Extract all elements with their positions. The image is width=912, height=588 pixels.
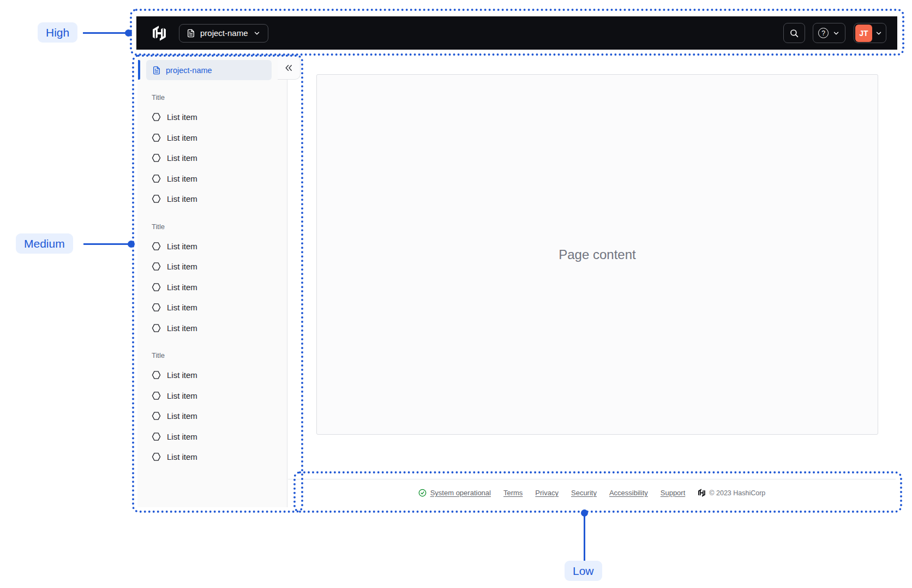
project-switcher-button[interactable]: project-name <box>179 24 268 43</box>
active-item-accent-bar <box>138 60 140 80</box>
sidebar-project-item[interactable]: project-name <box>146 60 272 80</box>
sidebar-list-item[interactable]: List item <box>137 169 287 189</box>
file-text-icon <box>187 29 195 38</box>
sidebar-list-item[interactable]: List item <box>137 297 287 318</box>
privacy-link[interactable]: Privacy <box>535 489 559 497</box>
hexagon-icon <box>152 194 161 203</box>
sidebar-list-item[interactable]: List item <box>137 277 287 298</box>
system-status-label: System operational <box>430 489 491 497</box>
check-circle-icon <box>418 489 427 497</box>
sidebar-collapse-button[interactable] <box>278 56 301 80</box>
sidebar-item-label: List item <box>167 303 197 312</box>
sidebar-project-label: project-name <box>166 66 212 75</box>
sidebar-item-label: List item <box>167 194 197 203</box>
sidebar-item-label: List item <box>167 323 197 333</box>
hexagon-icon <box>152 262 161 271</box>
sidebar-section-title: Title <box>152 93 287 102</box>
sidebar-list-item[interactable]: List item <box>137 256 287 277</box>
chevron-down-icon <box>875 29 883 37</box>
annotation-connector-high <box>83 32 129 34</box>
terms-link[interactable]: Terms <box>503 489 523 497</box>
sidebar-list-item[interactable]: List item <box>137 236 287 257</box>
support-link[interactable]: Support <box>661 489 686 497</box>
hexagon-icon <box>152 452 161 461</box>
sidebar-list-item[interactable]: List item <box>137 386 287 406</box>
sidebar-item-label: List item <box>167 432 197 441</box>
sidebar-item-label: List item <box>167 370 197 380</box>
help-icon: ? <box>818 28 829 38</box>
hexagon-icon <box>152 411 161 421</box>
hexagon-icon <box>152 174 161 183</box>
sidebar-item-label: List item <box>167 153 197 163</box>
hexagon-icon <box>152 303 161 312</box>
help-menu-button[interactable]: ? <box>813 23 845 43</box>
accessibility-link[interactable]: Accessibility <box>609 489 648 497</box>
sidebar-section-title: Title <box>152 351 287 360</box>
sidebar-list-item[interactable]: List item <box>137 447 287 467</box>
page: { "annotations": { "high": { "label": "H… <box>0 0 912 588</box>
chevron-down-icon <box>253 29 261 37</box>
sidebar-section-title: Title <box>152 223 287 231</box>
sidebar-list-item[interactable]: List item <box>137 406 287 427</box>
annotation-dot-high <box>125 29 132 37</box>
search-button[interactable] <box>783 23 805 43</box>
annotation-label-high: High <box>38 22 77 43</box>
copyright: © 2023 HashiCorp <box>698 489 765 497</box>
top-navbar: project-name ? JT <box>136 16 897 50</box>
file-text-icon <box>152 66 161 75</box>
search-icon <box>789 28 799 38</box>
project-switcher-label: project-name <box>200 28 248 38</box>
hexagon-icon <box>152 242 161 251</box>
sidebar-list-item[interactable]: List item <box>137 427 287 447</box>
sidebar-item-label: List item <box>167 242 197 251</box>
user-menu-button[interactable]: JT <box>854 23 886 43</box>
sidebar-item-label: List item <box>167 391 197 400</box>
sidebar-item-label: List item <box>167 112 197 122</box>
annotation-dot-medium <box>128 241 135 248</box>
sidebar-list-item[interactable]: List item <box>137 107 287 128</box>
chevron-down-icon <box>832 29 840 37</box>
chevron-double-left-icon <box>284 63 293 73</box>
hexagon-icon <box>152 112 161 122</box>
copyright-text: © 2023 HashiCorp <box>709 489 765 497</box>
hashicorp-logo <box>698 489 706 497</box>
hashicorp-logo <box>152 26 167 41</box>
sidebar: project-name Title List item List item L… <box>137 56 287 507</box>
hexagon-icon <box>152 283 161 292</box>
sidebar-item-label: List item <box>167 262 197 271</box>
footer: System operational Terms Privacy Securit… <box>288 479 896 512</box>
security-link[interactable]: Security <box>571 489 597 497</box>
page-content-placeholder: Page content <box>559 247 635 262</box>
annotation-connector-low <box>584 513 585 561</box>
sidebar-item-label: List item <box>167 452 197 461</box>
hexagon-icon <box>152 323 161 333</box>
sidebar-list-item[interactable]: List item <box>137 365 287 386</box>
sidebar-list-item[interactable]: List item <box>137 128 287 148</box>
sidebar-nav: Title List item List item List item List… <box>137 80 287 467</box>
sidebar-item-label: List item <box>167 283 197 292</box>
sidebar-item-label: List item <box>167 133 197 142</box>
annotation-connector-medium <box>83 243 131 245</box>
hexagon-icon <box>152 391 161 400</box>
avatar: JT <box>855 25 872 42</box>
hexagon-icon <box>152 153 161 163</box>
sidebar-item-label: List item <box>167 411 197 421</box>
sidebar-list-item[interactable]: List item <box>137 148 287 169</box>
hexagon-icon <box>152 370 161 380</box>
sidebar-list-item[interactable]: List item <box>137 318 287 339</box>
system-status-link[interactable]: System operational <box>418 489 491 497</box>
annotation-label-low: Low <box>565 561 602 581</box>
main-content-frame: Page content <box>316 74 878 435</box>
annotation-label-medium: Medium <box>16 233 73 254</box>
sidebar-item-label: List item <box>167 174 197 183</box>
sidebar-list-item[interactable]: List item <box>137 189 287 209</box>
hexagon-icon <box>152 432 161 441</box>
annotation-dot-low <box>581 509 588 517</box>
hexagon-icon <box>152 133 161 142</box>
